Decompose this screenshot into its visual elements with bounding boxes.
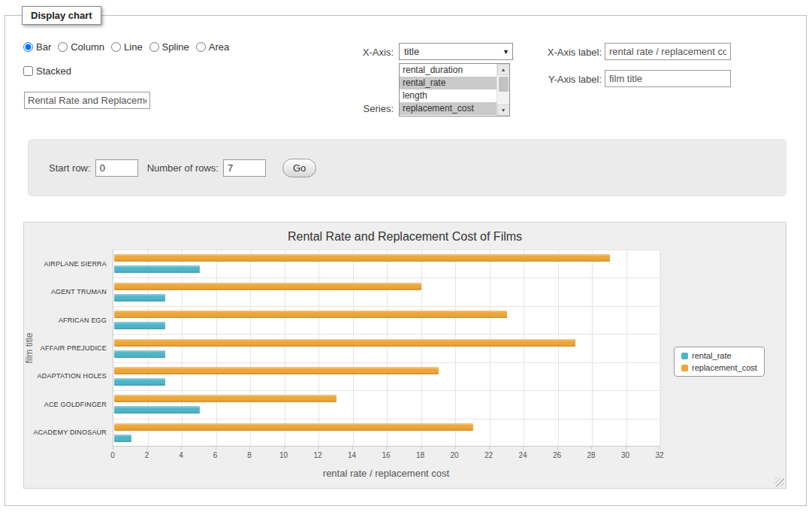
category-label: ACE GOLDFINGER — [24, 401, 107, 408]
line-radio[interactable] — [111, 42, 121, 52]
x-tick-mark — [660, 447, 660, 450]
bar-rental_rate — [114, 350, 165, 358]
x-tick-mark — [216, 447, 216, 450]
area-radio-label: Area — [209, 41, 229, 53]
x-tick-label: 32 — [655, 451, 663, 459]
series-select-label: Series: — [291, 103, 394, 114]
x-tick-mark — [591, 447, 592, 450]
category-label: AGENT TRUMAN — [24, 288, 107, 295]
series-option-replacement_cost[interactable]: replacement_cost — [400, 102, 497, 115]
stacked-checkbox[interactable] — [23, 66, 33, 76]
series-option-rental_duration[interactable]: rental_duration — [400, 64, 497, 77]
legend-swatch-icon — [681, 365, 688, 371]
gridline — [353, 250, 354, 446]
gridline — [182, 250, 183, 446]
stacked-option[interactable]: Stacked — [23, 65, 71, 77]
bar-replacement_cost — [114, 254, 610, 262]
number-of-rows-label: Number of rows: — [147, 162, 219, 174]
area-radio[interactable] — [196, 42, 206, 52]
chart-x-axis-title: rental rate / replacement cost — [113, 468, 660, 479]
legend-item-rental_rate[interactable]: rental_rate — [681, 351, 757, 360]
x-tick-mark — [386, 447, 387, 450]
radio-option-column[interactable]: Column — [58, 41, 104, 53]
bar-radio-label: Bar — [36, 41, 51, 53]
chart-plot-area — [113, 250, 660, 447]
bar-rental_rate — [114, 322, 165, 329]
gridline — [113, 334, 660, 335]
resize-handle-icon[interactable] — [775, 477, 784, 486]
x-axis-label-input[interactable] — [605, 43, 731, 60]
x-tick-label: 20 — [450, 451, 458, 459]
number-of-rows-input[interactable] — [223, 159, 266, 177]
category-label: ADAPTATION HOLES — [24, 372, 107, 380]
series-option-length[interactable]: length — [400, 89, 497, 102]
gridline — [113, 306, 660, 307]
x-tick-mark — [626, 447, 626, 450]
series-listbox-scrollbar[interactable]: ▲ ▼ — [497, 64, 509, 116]
x-tick-mark — [421, 447, 421, 450]
row-controls-panel: Start row: Number of rows: Go — [28, 139, 786, 196]
gridline — [558, 250, 559, 446]
x-tick-label: 18 — [416, 451, 424, 459]
legend-label: rental_rate — [692, 351, 732, 360]
gridline — [285, 250, 285, 446]
x-tick-mark — [284, 447, 285, 450]
x-axis-label-label: X-Axis label: — [486, 47, 602, 58]
gridline — [592, 250, 593, 446]
spline-radio[interactable] — [149, 42, 159, 52]
x-tick-mark — [523, 447, 524, 450]
gridline — [113, 419, 660, 420]
radio-option-area[interactable]: Area — [196, 41, 229, 53]
gridline — [148, 250, 149, 446]
radio-option-line[interactable]: Line — [111, 41, 143, 53]
legend-swatch-icon — [681, 353, 688, 359]
column-radio[interactable] — [58, 42, 68, 52]
gridline — [318, 250, 319, 446]
y-axis-label-input[interactable] — [605, 70, 731, 87]
bar-replacement_cost — [114, 311, 507, 318]
radio-option-spline[interactable]: Spline — [149, 41, 189, 53]
bar-radio[interactable] — [23, 42, 33, 52]
gridline — [387, 250, 388, 446]
bar-replacement_cost — [114, 395, 337, 402]
y-axis-label-label: Y-Axis label: — [486, 74, 602, 85]
x-tick-label: 30 — [621, 451, 629, 459]
gridline — [216, 250, 217, 446]
gridline — [250, 250, 251, 446]
x-tick-label: 6 — [213, 451, 218, 459]
bar-replacement_cost — [114, 283, 421, 290]
gridline — [113, 362, 660, 363]
x-tick-mark — [181, 447, 182, 450]
x-tick-label: 16 — [382, 451, 390, 459]
x-tick-label: 10 — [279, 451, 288, 459]
chart-title-input[interactable] — [24, 92, 150, 109]
series-options: rental_durationrental_ratelengthreplacem… — [400, 64, 497, 116]
x-tick-mark — [318, 447, 318, 450]
x-tick-mark — [147, 447, 148, 450]
legend-item-replacement_cost[interactable]: replacement_cost — [681, 363, 757, 372]
display-chart-fieldset: Display chart Bar Column Line Spline Are… — [5, 15, 807, 506]
line-radio-label: Line — [124, 41, 143, 53]
spline-radio-label: Spline — [162, 41, 189, 53]
x-tick-label: 4 — [179, 451, 183, 459]
bar-rental_rate — [114, 435, 131, 442]
bar-rental_rate — [114, 406, 200, 414]
start-row-input[interactable] — [95, 159, 138, 177]
category-label: AFFAIR PREJUDICE — [24, 344, 107, 352]
x-tick-label: 0 — [110, 451, 115, 459]
gridline — [455, 250, 456, 446]
series-option-rental_rate[interactable]: rental_rate — [400, 77, 497, 89]
gridline — [113, 277, 660, 278]
scroll-down-icon[interactable]: ▼ — [497, 105, 510, 116]
go-button[interactable]: Go — [282, 159, 316, 177]
x-axis-selected-value: title — [404, 46, 419, 57]
radio-option-bar[interactable]: Bar — [23, 41, 51, 53]
gridline — [626, 250, 627, 446]
x-tick-label: 28 — [587, 451, 595, 459]
bar-rental_rate — [114, 265, 200, 273]
series-listbox[interactable]: rental_durationrental_ratelengthreplacem… — [399, 63, 510, 117]
gridline — [490, 250, 491, 446]
x-tick-label: 24 — [518, 451, 527, 459]
bar-rental_rate — [114, 294, 165, 301]
fieldset-legend-text: Display chart — [31, 10, 92, 21]
